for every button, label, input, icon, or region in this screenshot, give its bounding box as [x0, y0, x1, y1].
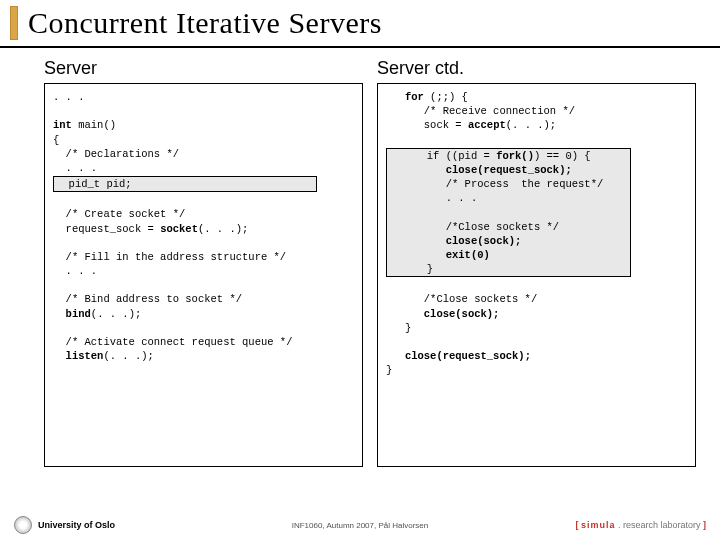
- code-line: {: [53, 134, 59, 146]
- title-accent: [10, 6, 18, 40]
- code-fn: accept: [468, 119, 506, 131]
- code-fn: close(sock);: [446, 235, 522, 247]
- code-line: (. . .);: [91, 308, 141, 320]
- code-line: (. . .);: [198, 223, 248, 235]
- code-line: sock =: [386, 119, 468, 131]
- right-heading: Server ctd.: [377, 58, 696, 79]
- footer-left: University of Oslo: [14, 516, 115, 534]
- code-fn: close(sock);: [424, 308, 500, 320]
- code-fn: socket: [160, 223, 198, 235]
- code-fn: fork(): [496, 150, 534, 162]
- title-bar: Concurrent Iterative Servers: [0, 0, 720, 48]
- code-line: [53, 350, 66, 362]
- code-kw: for: [386, 91, 424, 103]
- code-line: [389, 249, 446, 261]
- code-line: }: [386, 322, 411, 334]
- code-line: [389, 235, 446, 247]
- left-heading: Server: [44, 58, 363, 79]
- code-line: }: [386, 364, 392, 376]
- code-line: (. . .);: [506, 119, 556, 131]
- code-line: [389, 206, 628, 218]
- code-fn: exit(0): [446, 249, 490, 261]
- code-line: (;;) {: [424, 91, 468, 103]
- code-line: /* Activate connect request queue */: [53, 336, 292, 348]
- code-line: [53, 308, 66, 320]
- right-column: Server ctd. for (;;) { /* Receive connec…: [377, 58, 696, 467]
- code-fn: listen: [66, 350, 104, 362]
- footer: University of Oslo INF1060, Autumn 2007,…: [0, 516, 720, 534]
- code-fn: bind: [66, 308, 91, 320]
- left-code-box: . . . int main() { /* Declarations */ . …: [44, 83, 363, 467]
- university-seal-icon: [14, 516, 32, 534]
- code-line: [521, 235, 622, 247]
- code-line: /* Receive connection */: [386, 105, 575, 117]
- lab-text: research laboratory: [623, 520, 701, 530]
- code-line: [386, 308, 424, 320]
- code-line: . . .: [53, 162, 97, 174]
- code-line: /*Close sockets */: [386, 293, 537, 305]
- content-area: Server . . . int main() { /* Declaration…: [0, 48, 720, 467]
- code-line: [490, 249, 622, 261]
- code-line: /* Create socket */: [53, 208, 185, 220]
- code-line: /* Process the request*/: [389, 178, 622, 190]
- university-name: University of Oslo: [38, 520, 115, 530]
- code-line: main(): [72, 119, 116, 131]
- code-line: request_sock =: [53, 223, 160, 235]
- code-line: (. . .);: [103, 350, 153, 362]
- code-line: /* Declarations */: [53, 148, 179, 160]
- code-line: [572, 164, 622, 176]
- code-line: [389, 164, 446, 176]
- code-line: [386, 350, 405, 362]
- right-code-box: for (;;) { /* Receive connection */ sock…: [377, 83, 696, 467]
- left-column: Server . . . int main() { /* Declaration…: [44, 58, 363, 467]
- code-fn: close(request_sock);: [446, 164, 572, 176]
- code-line: . . .: [53, 265, 97, 277]
- code-line: /*Close sockets */: [389, 221, 628, 233]
- code-line: }: [389, 263, 628, 275]
- simula-text: simula: [581, 520, 616, 530]
- bracket-close: ]: [701, 520, 707, 530]
- code-line: /* Bind address to socket */: [53, 293, 242, 305]
- footer-right: [ simula . research laboratory ]: [575, 520, 706, 530]
- code-line: . . .: [389, 192, 628, 204]
- code-line: if ((pid =: [389, 150, 496, 162]
- code-fn: close(request_sock);: [405, 350, 531, 362]
- dot-text: .: [615, 520, 623, 530]
- code-line: pid_t pid;: [56, 178, 314, 190]
- code-line: ) == 0) {: [534, 150, 616, 162]
- code-kw: int: [53, 119, 72, 131]
- slide-title: Concurrent Iterative Servers: [28, 6, 720, 40]
- footer-center: INF1060, Autumn 2007, Pål Halvorsen: [292, 521, 429, 530]
- code-line: /* Fill in the address structure */: [53, 251, 286, 263]
- highlight-box-fork: if ((pid = fork()) == 0) { close(request…: [386, 148, 631, 278]
- code-line: . . .: [53, 91, 85, 103]
- highlight-box-pid: pid_t pid;: [53, 176, 317, 192]
